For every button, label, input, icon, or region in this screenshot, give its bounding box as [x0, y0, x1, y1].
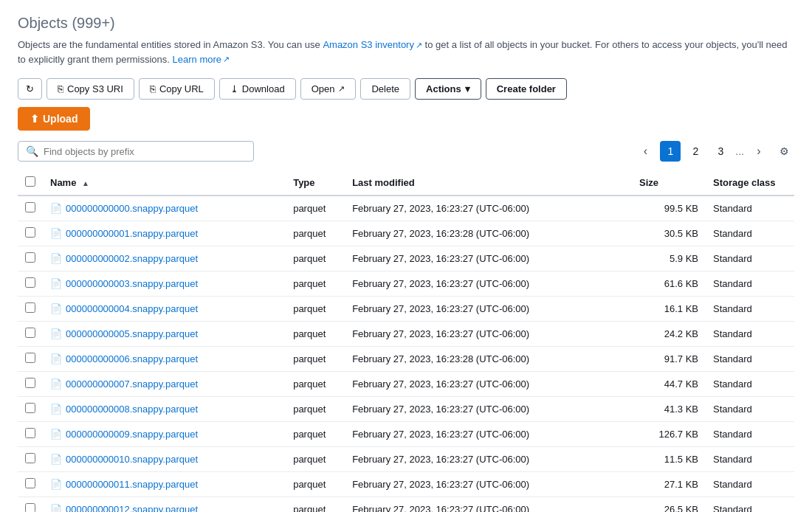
delete-button[interactable]: Delete: [360, 78, 410, 100]
page-2-button[interactable]: 2: [685, 141, 706, 162]
row-name-cell: 📄 000000000011.snappy.parquet: [43, 472, 286, 497]
row-checkbox-cell[interactable]: [18, 221, 43, 246]
row-size-cell: 16.1 KB: [632, 297, 706, 322]
row-checkbox-cell[interactable]: [18, 422, 43, 447]
page-1-button[interactable]: 1: [660, 141, 681, 162]
file-link[interactable]: 📄 000000000006.snappy.parquet: [50, 353, 278, 364]
row-checkbox[interactable]: [25, 277, 35, 288]
page-3-button[interactable]: 3: [710, 141, 731, 162]
row-checkbox[interactable]: [25, 428, 35, 438]
table-settings-icon[interactable]: ⚙: [774, 141, 794, 162]
pagination: ‹ 1 2 3 ... › ⚙: [635, 141, 794, 162]
select-all-checkbox[interactable]: [25, 176, 35, 187]
table-row: 📄 000000000003.snappy.parquet parquet Fe…: [18, 271, 794, 297]
copy-url-button[interactable]: ⎘ Copy URL: [139, 78, 215, 100]
file-link[interactable]: 📄 000000000008.snappy.parquet: [50, 404, 278, 415]
file-icon: 📄: [50, 278, 62, 289]
row-modified-cell: February 27, 2023, 16:23:27 (UTC-06:00): [345, 472, 632, 497]
table-row: 📄 000000000005.snappy.parquet parquet Fe…: [18, 322, 794, 347]
name-column-header[interactable]: Name ▲: [43, 170, 286, 196]
row-name-cell: 📄 000000000009.snappy.parquet: [43, 422, 286, 447]
open-button[interactable]: Open ↗: [300, 78, 357, 100]
row-modified-cell: February 27, 2023, 16:23:28 (UTC-06:00): [345, 221, 632, 246]
row-storage-cell: Standard: [706, 271, 794, 297]
file-link[interactable]: 📄 000000000011.snappy.parquet: [50, 479, 278, 490]
row-checkbox[interactable]: [25, 252, 35, 263]
row-size-cell: 27.1 KB: [632, 472, 706, 497]
row-checkbox[interactable]: [25, 353, 35, 363]
table-row: 📄 000000000011.snappy.parquet parquet Fe…: [18, 472, 794, 497]
row-size-cell: 26.5 KB: [632, 497, 706, 513]
file-link[interactable]: 📄 000000000004.snappy.parquet: [50, 303, 278, 314]
row-size-cell: 11.5 KB: [632, 447, 706, 472]
refresh-button[interactable]: ↻: [18, 78, 42, 100]
row-checkbox-cell[interactable]: [18, 472, 43, 497]
prev-page-button[interactable]: ‹: [635, 141, 656, 162]
file-link[interactable]: 📄 000000000007.snappy.parquet: [50, 378, 278, 390]
download-icon: ⤓: [230, 83, 238, 94]
actions-chevron-icon: ▾: [465, 83, 470, 94]
row-checkbox-cell[interactable]: [18, 246, 43, 271]
row-checkbox[interactable]: [25, 478, 35, 488]
row-modified-cell: February 27, 2023, 16:23:28 (UTC-06:00): [345, 347, 632, 372]
next-page-button[interactable]: ›: [749, 141, 769, 162]
row-checkbox-cell[interactable]: [18, 196, 43, 221]
row-checkbox-cell[interactable]: [18, 322, 43, 347]
upload-button[interactable]: ⬆ Upload: [18, 107, 90, 131]
search-input[interactable]: [44, 146, 246, 157]
row-checkbox-cell[interactable]: [18, 447, 43, 472]
row-checkbox-cell[interactable]: [18, 372, 43, 397]
file-icon: 📄: [50, 203, 62, 214]
file-link[interactable]: 📄 000000000001.snappy.parquet: [50, 228, 278, 239]
row-size-cell: 41.3 KB: [632, 397, 706, 422]
row-checkbox[interactable]: [25, 403, 35, 413]
copy-url-icon: ⎘: [150, 83, 156, 94]
row-checkbox[interactable]: [25, 302, 35, 313]
row-name-cell: 📄 000000000012.snappy.parquet: [43, 497, 286, 513]
row-checkbox[interactable]: [25, 202, 35, 212]
file-link[interactable]: 📄 000000000002.snappy.parquet: [50, 253, 278, 264]
copy-s3-uri-button[interactable]: ⎘ Copy S3 URI: [47, 78, 134, 100]
select-all-header[interactable]: [18, 170, 43, 196]
page-description: Objects are the fundamental entities sto…: [18, 38, 794, 66]
row-checkbox-cell[interactable]: [18, 271, 43, 297]
row-name-cell: 📄 000000000006.snappy.parquet: [43, 347, 286, 372]
sort-asc-icon: ▲: [82, 179, 89, 187]
row-size-cell: 5.9 KB: [632, 246, 706, 271]
refresh-icon: ↻: [26, 83, 34, 94]
file-link[interactable]: 📄 000000000010.snappy.parquet: [50, 454, 278, 465]
row-checkbox-cell[interactable]: [18, 397, 43, 422]
row-checkbox[interactable]: [25, 378, 35, 388]
row-modified-cell: February 27, 2023, 16:23:27 (UTC-06:00): [345, 422, 632, 447]
row-type-cell: parquet: [286, 196, 345, 221]
objects-table: Name ▲ Type Last modified Size Storage c…: [18, 170, 794, 512]
row-type-cell: parquet: [286, 497, 345, 513]
row-checkbox-cell[interactable]: [18, 497, 43, 513]
page-title: Objects (999+): [18, 15, 794, 32]
row-checkbox-cell[interactable]: [18, 297, 43, 322]
row-checkbox-cell[interactable]: [18, 347, 43, 372]
search-box: 🔍: [18, 141, 254, 162]
file-link[interactable]: 📄 000000000000.snappy.parquet: [50, 203, 278, 214]
file-icon: 📄: [50, 303, 62, 314]
file-link[interactable]: 📄 000000000003.snappy.parquet: [50, 278, 278, 289]
file-link[interactable]: 📄 000000000005.snappy.parquet: [50, 328, 278, 339]
row-checkbox[interactable]: [25, 328, 35, 338]
create-folder-button[interactable]: Create folder: [486, 78, 567, 100]
row-checkbox[interactable]: [25, 453, 35, 463]
row-type-cell: parquet: [286, 322, 345, 347]
row-modified-cell: February 27, 2023, 16:23:27 (UTC-06:00): [345, 246, 632, 271]
download-button[interactable]: ⤓ Download: [219, 78, 296, 100]
row-type-cell: parquet: [286, 447, 345, 472]
actions-button[interactable]: Actions ▾: [415, 78, 481, 100]
search-pagination-bar: 🔍 ‹ 1 2 3 ... › ⚙: [18, 141, 794, 162]
learn-more-link[interactable]: Learn more ↗: [173, 52, 230, 67]
file-link[interactable]: 📄 000000000009.snappy.parquet: [50, 429, 278, 440]
row-checkbox[interactable]: [25, 227, 35, 238]
upload-row: ⬆ Upload: [18, 107, 794, 131]
file-link[interactable]: 📄 000000000012.snappy.parquet: [50, 504, 278, 512]
inventory-link[interactable]: Amazon S3 inventory ↗: [323, 38, 422, 52]
row-name-cell: 📄 000000000002.snappy.parquet: [43, 246, 286, 271]
row-checkbox[interactable]: [25, 503, 35, 512]
row-name-cell: 📄 000000000010.snappy.parquet: [43, 447, 286, 472]
